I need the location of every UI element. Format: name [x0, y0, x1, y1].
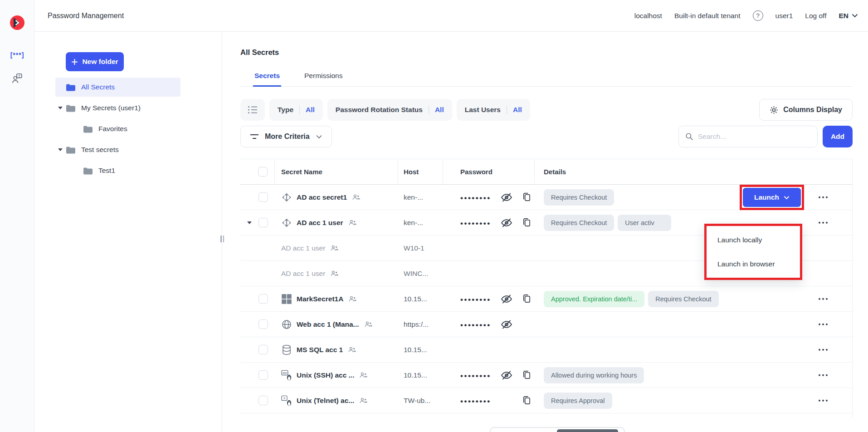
host-value: W10-1 [404, 244, 424, 252]
language-selector[interactable]: EN [839, 12, 858, 20]
actions-cell [730, 337, 852, 362]
secret-name[interactable]: AD acc 1 user [281, 270, 325, 278]
identity-question-icon[interactable]: ? [0, 73, 34, 84]
eye-off-icon[interactable] [501, 191, 512, 203]
password-module-icon[interactable]: [***] [0, 51, 34, 59]
row-menu-button[interactable] [818, 320, 829, 328]
sidebar-item-favorites[interactable]: Favorites [73, 119, 180, 138]
secret-name[interactable]: MarkSecret1A [297, 295, 343, 303]
secret-name[interactable]: AD acc 1 user [281, 244, 325, 252]
header-details[interactable]: Details [535, 159, 730, 184]
horizontal-scrollbar[interactable] [490, 427, 625, 432]
help-icon[interactable]: ? [753, 10, 763, 21]
copy-icon[interactable] [522, 294, 532, 304]
sidebar-item-test-secrets[interactable]: Test secrets [55, 140, 180, 159]
copy-icon[interactable] [522, 217, 532, 228]
row-checkbox[interactable] [258, 370, 268, 380]
password-cell: •••••••• [443, 210, 535, 235]
sidebar-item-my-secrets[interactable]: My Secrets (user1) [55, 98, 180, 118]
menu-item-launch-in-browser[interactable]: Launch in browser [707, 252, 800, 276]
copy-icon[interactable] [522, 192, 532, 202]
launch-label: Launch [754, 193, 779, 201]
shared-users-icon [352, 194, 360, 201]
copy-icon[interactable] [522, 395, 532, 406]
secret-name[interactable]: MS SQL acc 1 [297, 346, 343, 354]
row-select-cell [240, 363, 275, 388]
top-bar: Password Management localhost Built-in d… [34, 0, 868, 32]
search-box[interactable] [678, 126, 818, 147]
eye-off-icon[interactable] [501, 293, 512, 305]
more-criteria-button[interactable]: More Criteria [240, 126, 332, 147]
filter-last-users[interactable]: Last Users All [457, 99, 530, 121]
chevron-down-icon [316, 135, 322, 139]
row-menu-button[interactable] [818, 346, 829, 353]
plus-icon [71, 59, 78, 65]
row-menu-button[interactable] [818, 219, 829, 226]
table-row[interactable]: MarkSecret1A 10.15... •••••••• Approved.… [240, 286, 852, 312]
host-value: ken-... [404, 193, 423, 201]
current-user-label[interactable]: user1 [775, 12, 793, 20]
row-menu-button[interactable] [818, 371, 829, 379]
shared-users-icon [349, 295, 356, 302]
sidebar-item-all-secrets[interactable]: All Secrets [55, 78, 180, 97]
expand-caret-icon[interactable] [246, 221, 253, 224]
secret-name-cell: AD acc 1 user [275, 236, 398, 260]
table-row[interactable]: Web acc 1 (Mana... https:/... •••••••• [240, 312, 852, 337]
row-checkbox[interactable] [258, 294, 268, 304]
host-cell: TW-ub... [398, 388, 443, 413]
row-menu-button[interactable] [818, 295, 829, 303]
scrollbar-thumb[interactable] [557, 429, 618, 432]
filter-type[interactable]: Type All [269, 99, 323, 121]
copy-icon[interactable] [522, 370, 532, 380]
shared-users-icon [331, 270, 338, 277]
header-host[interactable]: Host [398, 159, 443, 184]
status-badge: Allowed during working hours [544, 367, 644, 383]
log-off-link[interactable]: Log off [805, 12, 826, 20]
sidebar-item-test1[interactable]: Test1 [73, 161, 180, 180]
collapse-caret-icon[interactable] [55, 148, 66, 151]
row-checkbox[interactable] [258, 319, 268, 329]
row-checkbox[interactable] [258, 396, 268, 405]
header-secret-name[interactable]: Secret Name [275, 159, 398, 184]
eye-off-icon[interactable] [501, 217, 512, 229]
host-cell: ken-... [398, 210, 443, 235]
divider [299, 105, 300, 114]
search-input[interactable] [698, 133, 811, 141]
actions-cell [730, 363, 852, 388]
secret-name[interactable]: AD acc secret1 [297, 193, 347, 201]
host-value: WINC... [404, 270, 428, 278]
launch-button[interactable]: Launch [743, 188, 801, 207]
filter-value: All [306, 106, 315, 114]
secret-name[interactable]: Web acc 1 (Mana... [297, 320, 359, 329]
columns-display-button[interactable]: Columns Display [759, 99, 853, 121]
collapse-caret-icon[interactable] [55, 107, 66, 109]
secret-name[interactable]: Unix (Telnet) ac... [297, 397, 354, 405]
add-button[interactable]: Add [823, 126, 853, 147]
tab-secrets[interactable]: Secrets [253, 68, 281, 87]
table-row[interactable]: MS SQL acc 1 10.15... [240, 337, 852, 363]
new-folder-button[interactable]: New folder [66, 52, 124, 71]
row-select-cell [240, 261, 275, 286]
table-row[interactable]: SSH Unix (SSH) acc ... 10.15... •••••••• [240, 363, 852, 388]
list-view-button[interactable] [240, 99, 265, 121]
row-checkbox[interactable] [258, 218, 268, 227]
eye-off-icon[interactable] [501, 319, 512, 330]
password-management-app: [***] ? Password Management localhost Bu… [0, 0, 868, 432]
row-menu-button[interactable] [818, 193, 829, 201]
secret-name[interactable]: Unix (SSH) acc ... [297, 371, 354, 379]
details-cell: Requires Checkout User activ [535, 210, 730, 235]
svg-text:?: ? [18, 74, 20, 78]
filter-password-rotation-status[interactable]: Password Rotation Status All [327, 99, 452, 121]
row-menu-button[interactable] [818, 397, 829, 404]
header-password[interactable]: Password [443, 159, 535, 184]
table-row[interactable]: > Unix (Telnet) ac... TW-ub... •••••••• [240, 388, 852, 413]
row-checkbox[interactable] [258, 345, 268, 354]
secret-name[interactable]: AD acc 1 user [297, 219, 343, 227]
active-directory-icon [281, 217, 292, 228]
table-row[interactable]: AD acc secret1 ken-... •••••••• Requires… [240, 185, 852, 210]
eye-off-icon[interactable] [501, 369, 512, 381]
select-all-checkbox[interactable] [258, 167, 268, 177]
menu-item-launch-locally[interactable]: Launch locally [707, 228, 800, 252]
tab-permissions[interactable]: Permissions [303, 68, 344, 87]
row-checkbox[interactable] [258, 192, 268, 202]
